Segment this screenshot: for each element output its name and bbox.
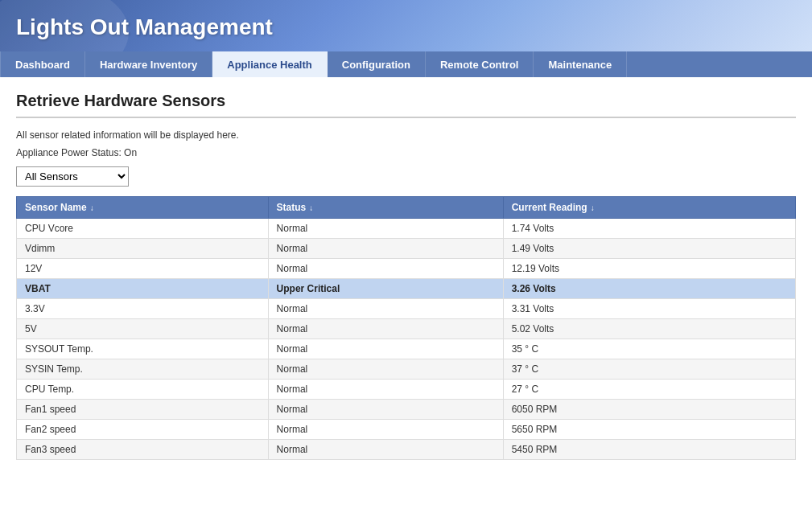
- power-status: Appliance Power Status: On: [16, 147, 796, 158]
- sensor-reading-cell: 35 ° C: [503, 339, 795, 359]
- sensor-status-cell: Normal: [268, 299, 503, 319]
- sort-icon-status: ↓: [309, 203, 313, 212]
- sensor-name-cell: VBAT: [17, 279, 269, 299]
- th-sensor-name[interactable]: Sensor Name↓: [17, 197, 269, 219]
- power-status-label: Appliance Power Status:: [16, 147, 122, 158]
- sensor-status-cell: Normal: [268, 359, 503, 380]
- table-row: CPU VcoreNormal1.74 Volts: [17, 219, 796, 239]
- table-row: 5VNormal5.02 Volts: [17, 319, 796, 339]
- sensor-reading-cell: 27 ° C: [503, 380, 795, 400]
- sensor-name-cell: SYSOUT Temp.: [17, 339, 269, 359]
- info-text: All sensor related information will be d…: [16, 129, 796, 141]
- sensor-filter-select[interactable]: All SensorsVoltageTemperatureFan: [16, 166, 129, 187]
- sensor-name-cell: 3.3V: [17, 299, 269, 319]
- sensor-status-cell: Normal: [268, 259, 503, 279]
- sensor-name-cell: CPU Vcore: [17, 219, 269, 239]
- nav-item-dashboard[interactable]: Dashboard: [0, 51, 85, 77]
- main-nav: DashboardHardware InventoryAppliance Hea…: [0, 51, 812, 77]
- table-row: Fan1 speedNormal6050 RPM: [17, 400, 796, 420]
- table-row: CPU Temp.Normal27 ° C: [17, 380, 796, 400]
- sensor-filter-container: All SensorsVoltageTemperatureFan: [16, 166, 796, 187]
- nav-item-hardware-inventory[interactable]: Hardware Inventory: [85, 51, 212, 77]
- th-current-reading[interactable]: Current Reading↓: [503, 197, 795, 219]
- sensor-reading-cell: 1.74 Volts: [503, 219, 795, 239]
- nav-item-configuration[interactable]: Configuration: [328, 51, 426, 77]
- page-title: Retrieve Hardware Sensors: [16, 92, 796, 118]
- sensor-status-cell: Normal: [268, 400, 503, 420]
- sensor-name-cell: Vdimm: [17, 239, 269, 259]
- table-body: CPU VcoreNormal1.74 VoltsVdimmNormal1.49…: [17, 219, 796, 460]
- sort-icon-sensor-name: ↓: [90, 203, 94, 212]
- sensor-reading-cell: 5450 RPM: [503, 440, 795, 460]
- table-row: VBATUpper Critical3.26 Volts: [17, 279, 796, 299]
- table-row: 12VNormal12.19 Volts: [17, 259, 796, 279]
- header: Lights Out Management: [0, 0, 812, 51]
- table-header: Sensor Name↓Status↓Current Reading↓: [17, 197, 796, 219]
- sensor-reading-cell: 37 ° C: [503, 359, 795, 380]
- sensor-name-cell: Fan2 speed: [17, 420, 269, 440]
- sensor-name-cell: Fan1 speed: [17, 400, 269, 420]
- nav-item-remote-control[interactable]: Remote Control: [426, 51, 534, 77]
- sensor-name-cell: 5V: [17, 319, 269, 339]
- sensor-name-cell: CPU Temp.: [17, 380, 269, 400]
- sensor-name-cell: SYSIN Temp.: [17, 359, 269, 380]
- table-row: 3.3VNormal3.31 Volts: [17, 299, 796, 319]
- power-status-value: On: [124, 147, 137, 158]
- sensor-reading-cell: 5650 RPM: [503, 420, 795, 440]
- main-content: Retrieve Hardware Sensors All sensor rel…: [0, 77, 812, 474]
- sensor-reading-cell: 3.31 Volts: [503, 299, 795, 319]
- sensor-status-cell: Normal: [268, 239, 503, 259]
- th-status[interactable]: Status↓: [268, 197, 503, 219]
- sensor-status-cell: Upper Critical: [268, 279, 503, 299]
- sensor-status-cell: Normal: [268, 380, 503, 400]
- sort-icon-current-reading: ↓: [591, 203, 595, 212]
- table-row: SYSIN Temp.Normal37 ° C: [17, 359, 796, 380]
- table-row: SYSOUT Temp.Normal35 ° C: [17, 339, 796, 359]
- table-row: Fan2 speedNormal5650 RPM: [17, 420, 796, 440]
- sensor-name-cell: 12V: [17, 259, 269, 279]
- sensor-reading-cell: 5.02 Volts: [503, 319, 795, 339]
- sensor-status-cell: Normal: [268, 339, 503, 359]
- sensor-table: Sensor Name↓Status↓Current Reading↓ CPU …: [16, 196, 796, 460]
- sensor-reading-cell: 3.26 Volts: [503, 279, 795, 299]
- nav-item-appliance-health[interactable]: Appliance Health: [212, 51, 327, 77]
- sensor-reading-cell: 6050 RPM: [503, 400, 795, 420]
- sensor-status-cell: Normal: [268, 319, 503, 339]
- app-title: Lights Out Management: [16, 14, 796, 40]
- sensor-reading-cell: 12.19 Volts: [503, 259, 795, 279]
- table-header-row: Sensor Name↓Status↓Current Reading↓: [17, 197, 796, 219]
- nav-item-maintenance[interactable]: Maintenance: [534, 51, 627, 77]
- sensor-status-cell: Normal: [268, 440, 503, 460]
- sensor-status-cell: Normal: [268, 420, 503, 440]
- sensor-reading-cell: 1.49 Volts: [503, 239, 795, 259]
- sensor-name-cell: Fan3 speed: [17, 440, 269, 460]
- sensor-status-cell: Normal: [268, 219, 503, 239]
- table-row: Fan3 speedNormal5450 RPM: [17, 440, 796, 460]
- table-row: VdimmNormal1.49 Volts: [17, 239, 796, 259]
